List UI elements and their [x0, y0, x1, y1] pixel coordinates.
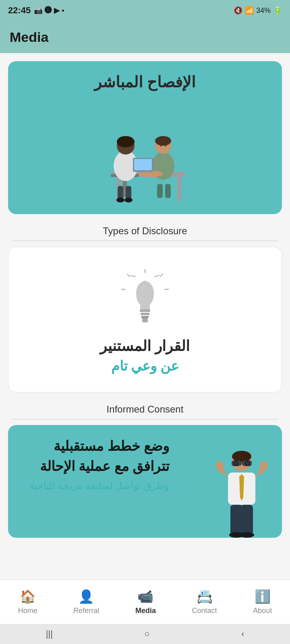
mute-icon: 🔇 [234, 6, 242, 15]
svg-line-27 [127, 274, 130, 277]
card1-inner: الإفصاح المباشر [8, 61, 282, 214]
card2-arabic-title: القرار المستنير [100, 338, 190, 355]
nav-contact[interactable]: 📇 Contact [186, 586, 224, 618]
divider-1 [12, 241, 278, 241]
binoculars-figure [209, 449, 274, 538]
card-future-plans[interactable]: وضع خطط مستقبلية تترافق مع عملية الإحالة… [8, 425, 282, 538]
svg-rect-21 [165, 184, 171, 198]
contact-icon: 📇 [197, 589, 213, 604]
svg-point-47 [246, 462, 249, 465]
svg-point-10 [155, 136, 171, 146]
svg-rect-15 [134, 159, 152, 170]
svg-point-40 [215, 461, 224, 469]
card3-text: وضع خطط مستقبلية تترافق مع عملية الإحالة… [16, 437, 169, 493]
divider-2 [12, 419, 278, 419]
svg-point-12 [165, 145, 166, 147]
card2-inner: القرار المستنير عن وعي تام [8, 247, 282, 392]
card3-arabic-line2: تترافق مع عملية الإحالة [16, 457, 169, 475]
svg-point-18 [116, 198, 124, 202]
main-content: الإفصاح المباشر [0, 53, 290, 592]
card2-label: Informed Consent [8, 398, 282, 419]
referral-icon: 👤 [78, 589, 94, 604]
nav-home-label: Home [18, 607, 37, 615]
status-icons-left: 📷 🅢 ▶ • [34, 6, 64, 15]
nav-media[interactable]: 📹 Media [129, 586, 162, 618]
svg-rect-2 [177, 177, 181, 201]
disclosure-illustration [89, 109, 201, 206]
about-icon: ℹ️ [255, 589, 271, 604]
nav-contact-label: Contact [192, 607, 217, 615]
svg-point-11 [160, 145, 162, 147]
card3-inner: وضع خطط مستقبلية تترافق مع عملية الإحالة… [8, 425, 282, 538]
svg-rect-48 [230, 505, 242, 535]
svg-point-7 [117, 136, 135, 147]
svg-rect-29 [140, 310, 150, 312]
back-gesture[interactable]: ‹ [241, 629, 244, 639]
svg-rect-32 [142, 318, 148, 322]
card3-arabic-line1: وضع خطط مستقبلية [16, 437, 169, 455]
card-informed-consent[interactable]: القرار المستنير عن وعي تام [8, 247, 282, 392]
svg-point-45 [234, 462, 238, 465]
bottom-navigation: 🏠 Home 👤 Referral 📹 Media 📇 Contact ℹ️ A… [0, 580, 290, 624]
nav-referral[interactable]: 👤 Referral [67, 586, 106, 618]
card1-arabic-title: الإفصاح المباشر [94, 73, 196, 91]
nav-media-label: Media [135, 607, 156, 615]
lightbulb-icon [121, 269, 169, 330]
svg-rect-49 [241, 505, 253, 535]
card1-label: Types of Disclosure [8, 220, 282, 241]
home-gesture[interactable]: ○ [144, 629, 149, 639]
svg-rect-30 [141, 313, 149, 315]
battery-icon: 🔋 [273, 6, 282, 15]
app-header: Media [0, 21, 290, 53]
card2-arabic-subtitle: عن وعي تام [111, 358, 179, 374]
svg-line-24 [155, 274, 159, 279]
card-types-of-disclosure[interactable]: الإفصاح المباشر [8, 61, 282, 214]
wifi-icon: 📶 [245, 6, 254, 15]
nav-about-label: About [253, 607, 272, 615]
home-icon: 🏠 [20, 589, 36, 604]
header-title: Media [10, 29, 48, 45]
svg-point-51 [240, 532, 254, 538]
svg-rect-20 [157, 184, 163, 198]
recent-apps-gesture[interactable]: ||| [46, 629, 53, 639]
battery-display: 34% [256, 6, 271, 15]
svg-line-23 [131, 274, 135, 279]
nav-about[interactable]: ℹ️ About [246, 586, 278, 618]
status-time: 22:45 📷 🅢 ▶ • [8, 5, 64, 16]
svg-rect-31 [141, 316, 149, 318]
status-bar: 22:45 📷 🅢 ▶ • 🔇 📶 34% 🔋 [0, 0, 290, 21]
svg-point-34 [232, 451, 251, 462]
svg-point-19 [124, 198, 133, 202]
gesture-bar: ||| ○ ‹ [0, 624, 290, 644]
time-display: 22:45 [8, 5, 31, 16]
nav-home[interactable]: 🏠 Home [12, 586, 44, 618]
svg-line-28 [160, 274, 163, 277]
svg-point-41 [260, 461, 268, 469]
card3-arabic-subtitle: وطرق تواصل لمتابعة مريحة للناجية [16, 479, 169, 493]
nav-referral-label: Referral [73, 607, 99, 615]
media-icon: 📹 [137, 589, 153, 604]
status-icons-right: 🔇 📶 34% 🔋 [234, 6, 282, 15]
